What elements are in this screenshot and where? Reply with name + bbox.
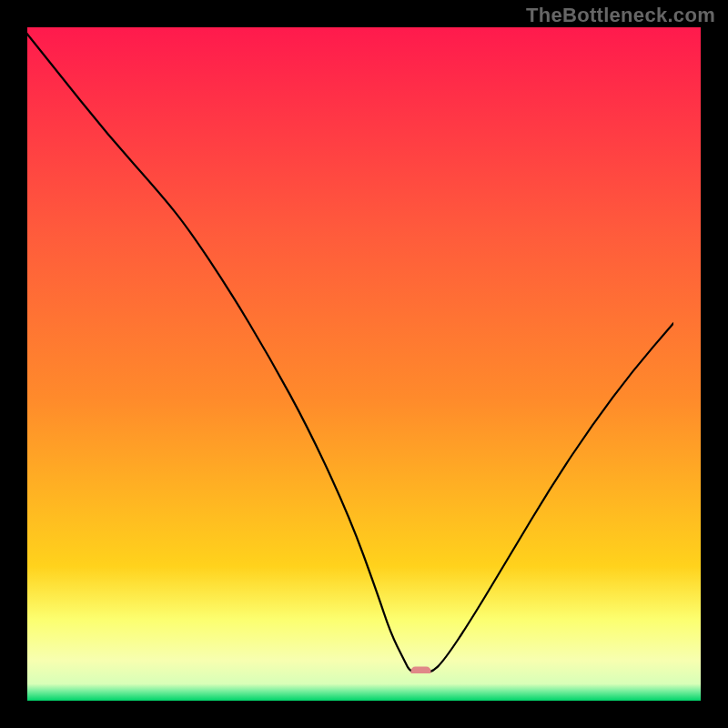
- optimal-point-marker: [411, 667, 431, 674]
- bottleneck-curve: [0, 0, 673, 673]
- plot-overlay: [0, 0, 673, 673]
- chart-frame: TheBottleneck.com: [0, 0, 728, 728]
- watermark-text: TheBottleneck.com: [526, 4, 715, 27]
